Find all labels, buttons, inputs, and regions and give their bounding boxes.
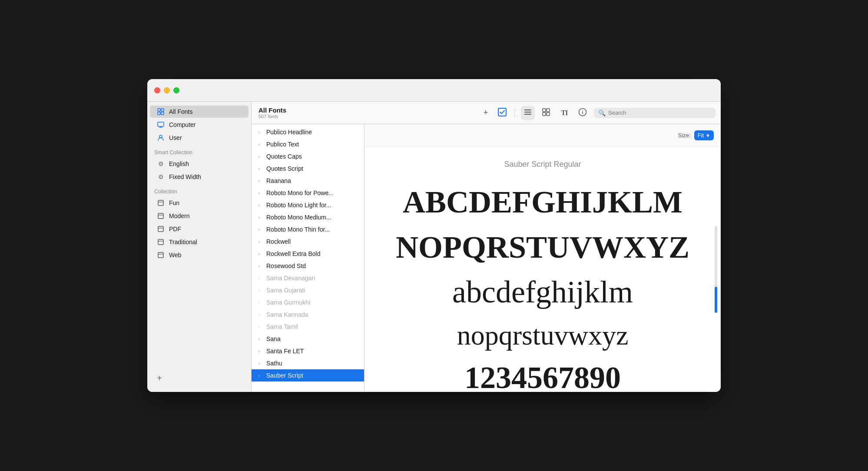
preview-toolbar: Size: Fit ▼ bbox=[364, 124, 721, 147]
font-item-roboto-mono-thin[interactable]: › Roboto Mono Thin for... bbox=[252, 223, 364, 236]
add-font-button[interactable]: + bbox=[480, 107, 492, 119]
sidebar-item-user[interactable]: User bbox=[150, 132, 248, 144]
preview-content: Sauber Script Regular ABCDEFGHIJKLM NOPQ… bbox=[364, 147, 721, 392]
text-size-icon: TI bbox=[561, 109, 568, 117]
font-name: Rockwell bbox=[266, 238, 291, 245]
close-button[interactable] bbox=[154, 87, 160, 93]
preview-scrollbar[interactable] bbox=[715, 226, 717, 313]
font-name: Sama Devanagari bbox=[266, 275, 315, 282]
font-name: Roboto Mono Medium... bbox=[266, 214, 331, 221]
monitor-icon bbox=[157, 121, 165, 129]
checkbox-view-button[interactable] bbox=[496, 107, 508, 119]
traffic-lights bbox=[154, 87, 179, 93]
collection-icon-fun bbox=[157, 199, 165, 207]
font-item-roboto-mono-medium[interactable]: › Roboto Mono Medium... bbox=[252, 211, 364, 223]
chevron-icon: › bbox=[258, 130, 264, 135]
add-collection-button[interactable]: + bbox=[154, 373, 165, 383]
preview-lowercase-line3: nopqrstuvwxyz bbox=[457, 317, 629, 353]
font-item-sama-tamil[interactable]: › Sama Tamil bbox=[252, 321, 364, 333]
sidebar-item-computer[interactable]: Computer bbox=[150, 119, 248, 131]
font-name: Sana bbox=[266, 335, 281, 342]
font-item-sauber-script[interactable]: › Sauber Script bbox=[252, 369, 364, 381]
font-item-sathu[interactable]: › Sathu bbox=[252, 357, 364, 369]
chevron-icon: › bbox=[258, 337, 264, 342]
sidebar-item-traditional[interactable]: Traditional bbox=[150, 236, 248, 248]
font-item-sana[interactable]: › Sana bbox=[252, 333, 364, 345]
search-input[interactable] bbox=[608, 109, 711, 116]
sidebar-item-pdf[interactable]: PDF bbox=[150, 223, 248, 235]
size-view-button[interactable]: TI bbox=[557, 106, 571, 120]
preview-lowercase-line2: abcdefghijklm bbox=[452, 272, 633, 313]
font-item-santa-fe[interactable]: › Santa Fe LET bbox=[252, 345, 364, 357]
size-value: Fit bbox=[698, 132, 704, 139]
header-title: All Fonts bbox=[258, 106, 475, 114]
font-name: Roboto Mono Light for... bbox=[266, 202, 331, 209]
font-list: › Publico Headline › Publico Text › Quot… bbox=[252, 124, 364, 392]
chevron-icon: › bbox=[258, 361, 264, 366]
font-item-sama-devanagari[interactable]: › Sama Devanagari bbox=[252, 272, 364, 284]
sidebar-item-fun[interactable]: Fun bbox=[150, 197, 248, 209]
svg-point-28 bbox=[582, 110, 583, 111]
panel-wrapper: All Fonts 507 fonts + bbox=[252, 102, 721, 392]
font-name: Sama Gurmukhi bbox=[266, 299, 310, 306]
chevron-icon: › bbox=[258, 264, 264, 269]
font-list-panel: › Publico Headline › Publico Text › Quot… bbox=[252, 124, 364, 392]
font-item-sama-kannada[interactable]: › Sama Kannada bbox=[252, 308, 364, 321]
gear-icon-english: ⚙ bbox=[157, 160, 165, 168]
chevron-icon: › bbox=[258, 312, 264, 317]
font-item-rockwell-extra-bold[interactable]: › Rockwell Extra Bold bbox=[252, 248, 364, 260]
chevron-icon: › bbox=[258, 252, 264, 256]
smart-collection-label: Smart Collection bbox=[147, 144, 251, 157]
font-item-sama-gurmukhi[interactable]: › Sama Gurmukhi bbox=[252, 296, 364, 308]
font-item-rockwell[interactable]: › Rockwell bbox=[252, 236, 364, 248]
font-item-roboto-mono-light[interactable]: › Roboto Mono Light for... bbox=[252, 199, 364, 211]
list-view-button[interactable] bbox=[521, 106, 535, 120]
font-item-publico-text[interactable]: › Publico Text bbox=[252, 138, 364, 150]
info-button[interactable] bbox=[576, 106, 590, 120]
sidebar-item-fixed-width[interactable]: ⚙ Fixed Width bbox=[150, 171, 248, 183]
font-item-roboto-mono-powe[interactable]: › Roboto Mono for Powe... bbox=[252, 187, 364, 199]
minimize-button[interactable] bbox=[164, 87, 170, 93]
font-name: Quotes Script bbox=[266, 165, 303, 172]
grid-view-button[interactable] bbox=[539, 106, 553, 120]
search-icon: 🔍 bbox=[598, 109, 606, 116]
font-name: Quotes Caps bbox=[266, 153, 302, 160]
grid-icon bbox=[157, 108, 165, 116]
svg-point-7 bbox=[159, 135, 162, 138]
font-item-raanana[interactable]: › Raanana bbox=[252, 175, 364, 187]
font-item-quotes-script[interactable]: › Quotes Script bbox=[252, 163, 364, 175]
font-book-window: All Fonts Computer bbox=[147, 79, 721, 392]
font-item-publico-headline[interactable]: › Publico Headline bbox=[252, 126, 364, 138]
sidebar: All Fonts Computer bbox=[147, 102, 252, 392]
sidebar-item-all-fonts[interactable]: All Fonts bbox=[150, 106, 248, 118]
sidebar-item-web[interactable]: Web bbox=[150, 249, 248, 261]
chevron-icon: › bbox=[258, 179, 264, 183]
list-icon bbox=[524, 109, 532, 117]
font-name: Sauber Script bbox=[266, 372, 303, 379]
grid-view-icon bbox=[542, 108, 550, 117]
font-name: Publico Text bbox=[266, 141, 299, 148]
search-box[interactable]: 🔍 bbox=[594, 108, 716, 118]
svg-rect-0 bbox=[158, 109, 160, 111]
chevron-icon: › bbox=[258, 227, 264, 232]
maximize-button[interactable] bbox=[173, 87, 179, 93]
font-item-rosewood[interactable]: › Rosewood Std bbox=[252, 260, 364, 272]
header-title-area: All Fonts 507 fonts bbox=[258, 106, 475, 119]
checkbox-icon bbox=[497, 107, 507, 119]
sidebar-label-all-fonts: All Fonts bbox=[169, 108, 192, 115]
header-subtitle: 507 fonts bbox=[258, 114, 475, 119]
sidebar-item-english[interactable]: ⚙ English bbox=[150, 158, 248, 170]
chevron-icon: › bbox=[258, 373, 264, 378]
collection-icon-modern bbox=[157, 212, 165, 220]
chevron-icon: › bbox=[258, 276, 264, 281]
collection-icon-web bbox=[157, 251, 165, 259]
size-dropdown[interactable]: Fit ▼ bbox=[694, 130, 714, 140]
panels-row: › Publico Headline › Publico Text › Quot… bbox=[252, 124, 721, 392]
font-item-sama-gujarati[interactable]: › Sama Gujarati bbox=[252, 284, 364, 296]
sidebar-item-modern[interactable]: Modern bbox=[150, 210, 248, 222]
chevron-icon: › bbox=[258, 142, 264, 147]
font-item-quotes-caps[interactable]: › Quotes Caps bbox=[252, 150, 364, 163]
sidebar-label-traditional: Traditional bbox=[169, 239, 197, 245]
main-content: All Fonts Computer bbox=[147, 102, 721, 392]
chevron-icon: › bbox=[258, 154, 264, 159]
